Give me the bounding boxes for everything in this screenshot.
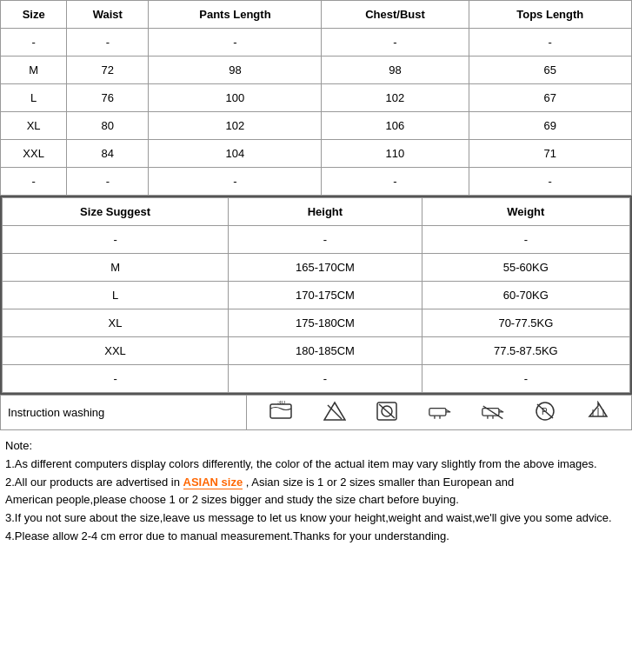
note-line1: 1.As different computers display colors … xyxy=(5,456,627,474)
note-title: Note: xyxy=(5,437,627,456)
table-cell: - xyxy=(469,168,631,196)
table-row: ----- xyxy=(1,168,632,196)
table-row: XXL8410411071 xyxy=(1,140,632,168)
main-table-header: Waist xyxy=(67,1,149,29)
table-cell: L xyxy=(1,84,67,112)
table-cell: 104 xyxy=(149,140,322,168)
table-cell: XXL xyxy=(1,140,67,168)
table-cell: 69 xyxy=(469,112,631,140)
suggest-table-header: Size Suggest xyxy=(3,198,229,226)
suggest-table-header: Weight xyxy=(422,198,629,226)
table-cell: - xyxy=(67,168,149,196)
table-cell: 110 xyxy=(322,140,469,168)
main-table-header: Chest/Bust xyxy=(322,1,469,29)
table-cell: - xyxy=(469,29,631,57)
no-tumble-dry-icon xyxy=(376,401,398,424)
table-cell: 102 xyxy=(322,84,469,112)
table-cell: - xyxy=(422,365,629,393)
table-cell: - xyxy=(322,29,469,57)
table-cell: 98 xyxy=(322,57,469,84)
table-row: XL175-180CM70-77.5KG xyxy=(3,309,630,337)
wash-icons-cell: 30 xyxy=(246,396,631,430)
table-cell: 67 xyxy=(469,84,631,112)
hang-dry-icon xyxy=(587,401,609,424)
table-cell: L xyxy=(3,282,229,309)
table-cell: - xyxy=(149,29,322,57)
table-row: M165-170CM55-60KG xyxy=(3,254,630,282)
main-table-header: Size xyxy=(1,1,67,29)
table-cell: - xyxy=(1,168,67,196)
no-dry-clean-icon: P xyxy=(534,401,556,424)
table-cell: 106 xyxy=(322,112,469,140)
table-cell: - xyxy=(422,226,629,254)
note-line4: 4.Please allow 2-4 cm error due to manua… xyxy=(5,528,627,546)
table-cell: XXL xyxy=(3,337,229,365)
table-cell: 180-185CM xyxy=(229,337,422,365)
table-cell: 55-60KG xyxy=(422,254,629,282)
main-size-table: SizeWaistPants LengthChest/BustTops Leng… xyxy=(0,0,632,196)
wash-tub-icon: 30 xyxy=(269,401,293,424)
table-row: XXL180-185CM77.5-87.5KG xyxy=(3,337,630,365)
table-row: XL8010210669 xyxy=(1,112,632,140)
table-cell: 175-180CM xyxy=(229,309,422,337)
table-cell: 84 xyxy=(67,140,149,168)
note-line3: 3.If you not sure about the size,leave u… xyxy=(5,509,627,528)
table-cell: - xyxy=(1,29,67,57)
table-row: --- xyxy=(3,226,630,254)
main-table-header: Tops Length xyxy=(469,1,631,29)
table-cell: 71 xyxy=(469,140,631,168)
table-cell: 98 xyxy=(149,57,322,84)
table-cell: - xyxy=(229,365,422,393)
main-table-header: Pants Length xyxy=(149,1,322,29)
suggest-size-table: Size SuggestHeightWeight ---M165-170CM55… xyxy=(2,197,630,393)
table-row: L170-175CM60-70KG xyxy=(3,282,630,309)
table-row: --- xyxy=(3,365,630,393)
table-cell: - xyxy=(149,168,322,196)
table-cell: 100 xyxy=(149,84,322,112)
table-cell: XL xyxy=(3,309,229,337)
asian-size-highlight: ASIAN size xyxy=(183,476,243,489)
table-cell: - xyxy=(229,226,422,254)
table-cell: 165-170CM xyxy=(229,254,422,282)
table-cell: 80 xyxy=(67,112,149,140)
table-cell: - xyxy=(67,29,149,57)
note-line2: 2.All our products are advertised in ASI… xyxy=(5,474,627,510)
table-cell: 60-70KG xyxy=(422,282,629,309)
table-row: L7610010267 xyxy=(1,84,632,112)
notes-section: Note: 1.As different computers display c… xyxy=(0,430,632,553)
svg-rect-0 xyxy=(270,404,291,418)
table-cell: - xyxy=(3,365,229,393)
table-cell: 170-175CM xyxy=(229,282,422,309)
suggest-table-header: Height xyxy=(229,198,422,226)
table-cell: 70-77.5KG xyxy=(422,309,629,337)
table-cell: - xyxy=(322,168,469,196)
table-cell: 72 xyxy=(67,57,149,84)
instruction-table: Instruction washing 30 xyxy=(0,395,632,430)
table-cell: M xyxy=(1,57,67,84)
svg-rect-7 xyxy=(429,409,446,416)
no-bleach-icon xyxy=(323,401,346,424)
table-cell: 102 xyxy=(149,112,322,140)
table-row: ----- xyxy=(1,29,632,57)
table-row: M72989865 xyxy=(1,57,632,84)
table-cell: 77.5-87.5KG xyxy=(422,337,629,365)
no-iron-icon xyxy=(482,401,504,424)
iron-icon xyxy=(429,401,451,424)
svg-line-3 xyxy=(328,405,342,419)
instruction-label: Instruction washing xyxy=(1,396,247,430)
table-cell: XL xyxy=(1,112,67,140)
table-cell: 76 xyxy=(67,84,149,112)
svg-text:30: 30 xyxy=(277,401,285,406)
table-cell: M xyxy=(3,254,229,282)
table-cell: - xyxy=(3,226,229,254)
table-cell: 65 xyxy=(469,57,631,84)
